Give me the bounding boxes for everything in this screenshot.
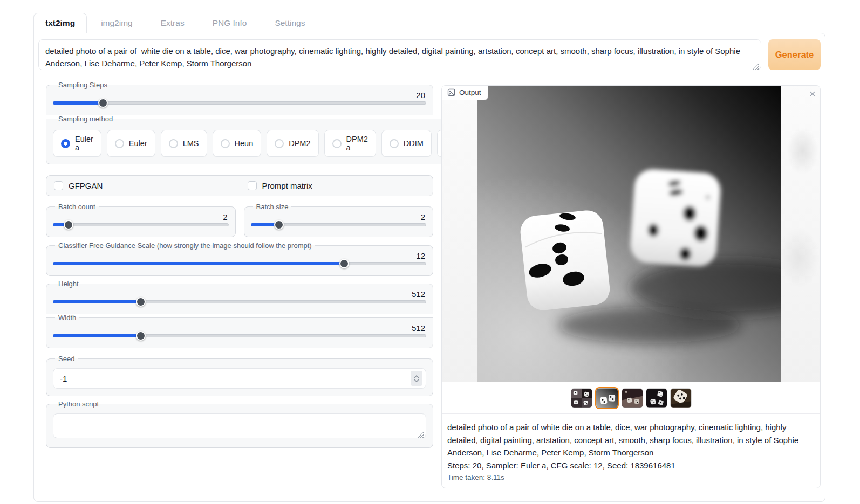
output-thumbnail[interactable] bbox=[646, 388, 667, 408]
seed-stepper[interactable] bbox=[411, 371, 422, 386]
batch-count-label: Batch count bbox=[55, 203, 99, 211]
prompt-row: detailed photo of a pair of white die on… bbox=[38, 39, 821, 72]
caption-params: Steps: 20, Sampler: Euler a, CFG scale: … bbox=[447, 459, 815, 472]
caption-time: Time taken: 8.11s bbox=[447, 473, 815, 481]
radio-icon[interactable] bbox=[115, 139, 124, 148]
output-label: Output bbox=[459, 88, 481, 96]
batch-count-slider[interactable] bbox=[53, 220, 229, 230]
image-stage bbox=[442, 86, 820, 382]
tabbar: txt2img img2img Extras PNG Info Settings bbox=[33, 12, 825, 33]
height-label: Height bbox=[55, 280, 82, 288]
sampling-method-option-label: Euler a bbox=[75, 135, 93, 152]
tab-extras[interactable]: Extras bbox=[147, 13, 199, 33]
prompt-matrix-label: Prompt matrix bbox=[262, 181, 312, 190]
python-script-group: Python script bbox=[46, 400, 433, 448]
width-slider[interactable] bbox=[53, 331, 426, 341]
output-chip: Output bbox=[442, 86, 488, 100]
slider-thumb[interactable] bbox=[136, 331, 146, 341]
radio-icon[interactable] bbox=[169, 139, 178, 148]
slider-thumb[interactable] bbox=[98, 98, 108, 108]
slider-thumb[interactable] bbox=[274, 220, 284, 230]
thumbnail-gallery bbox=[442, 382, 820, 413]
cfg-scale-group: Classifier Free Guidance Scale (how stro… bbox=[46, 241, 433, 276]
output-panel: Output × bbox=[441, 85, 821, 488]
sampling-method-label: Sampling method bbox=[55, 115, 116, 123]
generation-info: detailed photo of a pair of white die on… bbox=[442, 413, 820, 488]
width-group: Width 512 bbox=[46, 314, 433, 348]
batch-count-group: Batch count 2 bbox=[46, 203, 236, 237]
python-script-input[interactable] bbox=[53, 413, 426, 438]
sampling-steps-group: Sampling Steps 20 bbox=[46, 81, 433, 115]
sampling-method-option-label: Euler bbox=[129, 139, 147, 148]
sampling-method-option[interactable]: DPM2 a bbox=[324, 130, 376, 157]
sampling-method-option[interactable]: DDIM bbox=[381, 130, 432, 157]
sampling-method-options: Euler aEulerLMSHeunDPM2DPM2 aDDIMPLMS bbox=[53, 130, 488, 157]
gfpgan-checkbox[interactable] bbox=[54, 181, 63, 190]
gfpgan-option[interactable]: GFPGAN bbox=[46, 176, 240, 196]
sampling-method-option-label: DPM2 bbox=[289, 139, 310, 148]
output-thumbnail[interactable] bbox=[670, 388, 692, 408]
seed-group: Seed bbox=[46, 355, 433, 396]
height-group: Height 512 bbox=[46, 280, 433, 314]
sampling-method-option-label: Heun bbox=[235, 139, 254, 148]
checkbox-group: GFPGAN Prompt matrix bbox=[46, 175, 433, 196]
output-thumbnail[interactable] bbox=[622, 388, 643, 408]
sampling-method-option-label: LMS bbox=[183, 139, 199, 148]
radio-icon[interactable] bbox=[332, 139, 342, 148]
settings-column: Sampling Steps 20 Sampling method Euler … bbox=[38, 81, 433, 488]
height-slider[interactable] bbox=[53, 297, 426, 307]
main-panel: detailed photo of a pair of white die on… bbox=[33, 33, 825, 502]
python-script-label: Python script bbox=[55, 400, 102, 408]
slider-thumb[interactable] bbox=[136, 297, 146, 307]
tab-png-info[interactable]: PNG Info bbox=[199, 13, 261, 33]
output-column: Output × bbox=[441, 81, 821, 488]
seed-label: Seed bbox=[55, 355, 78, 363]
tab-img2img[interactable]: img2img bbox=[87, 13, 147, 33]
stage-right-padding bbox=[781, 86, 820, 382]
cfg-scale-label: Classifier Free Guidance Scale (how stro… bbox=[55, 241, 315, 250]
sampling-method-option[interactable]: Heun bbox=[213, 130, 262, 157]
generated-image[interactable] bbox=[477, 86, 781, 382]
output-thumbnail[interactable] bbox=[571, 388, 592, 408]
radio-selected-icon[interactable] bbox=[61, 139, 70, 148]
width-label: Width bbox=[55, 314, 79, 322]
caption-prompt: detailed photo of a pair of white die on… bbox=[447, 421, 815, 459]
sampling-method-option[interactable]: DPM2 bbox=[267, 130, 318, 157]
sampling-steps-slider[interactable] bbox=[53, 98, 426, 108]
app-root: txt2img img2img Extras PNG Info Settings… bbox=[33, 12, 825, 502]
radio-icon[interactable] bbox=[275, 139, 284, 148]
sampling-method-option[interactable]: Euler a bbox=[53, 130, 101, 157]
gfpgan-label: GFPGAN bbox=[69, 181, 103, 190]
sampling-steps-label: Sampling Steps bbox=[55, 81, 111, 89]
prompt-matrix-checkbox[interactable] bbox=[248, 181, 257, 190]
close-icon[interactable]: × bbox=[809, 88, 816, 99]
output-thumbnail-selected[interactable] bbox=[595, 387, 619, 409]
slider-thumb[interactable] bbox=[64, 220, 73, 230]
prompt-matrix-option[interactable]: Prompt matrix bbox=[240, 176, 433, 196]
sampling-method-option-label: DDIM bbox=[404, 139, 424, 148]
sampling-method-option[interactable]: Euler bbox=[107, 130, 155, 157]
sampling-method-option-label: DPM2 a bbox=[346, 135, 368, 152]
generate-button[interactable]: Generate bbox=[768, 39, 821, 70]
batch-size-group: Batch size 2 bbox=[244, 203, 434, 237]
stage-left-padding bbox=[442, 86, 477, 382]
tab-txt2img[interactable]: txt2img bbox=[33, 13, 87, 33]
sampling-method-group: Sampling method Euler aEulerLMSHeunDPM2D… bbox=[46, 115, 495, 164]
slider-thumb[interactable] bbox=[339, 259, 349, 268]
radio-icon[interactable] bbox=[390, 139, 399, 148]
image-icon bbox=[447, 88, 455, 96]
tab-settings[interactable]: Settings bbox=[261, 13, 319, 33]
batch-size-slider[interactable] bbox=[251, 220, 427, 230]
seed-input[interactable] bbox=[53, 368, 426, 389]
prompt-input[interactable]: detailed photo of a pair of white die on… bbox=[38, 39, 761, 70]
sampling-method-option[interactable]: LMS bbox=[161, 130, 207, 157]
batch-size-label: Batch size bbox=[253, 203, 292, 211]
radio-icon[interactable] bbox=[221, 139, 230, 148]
cfg-scale-slider[interactable] bbox=[53, 259, 426, 268]
